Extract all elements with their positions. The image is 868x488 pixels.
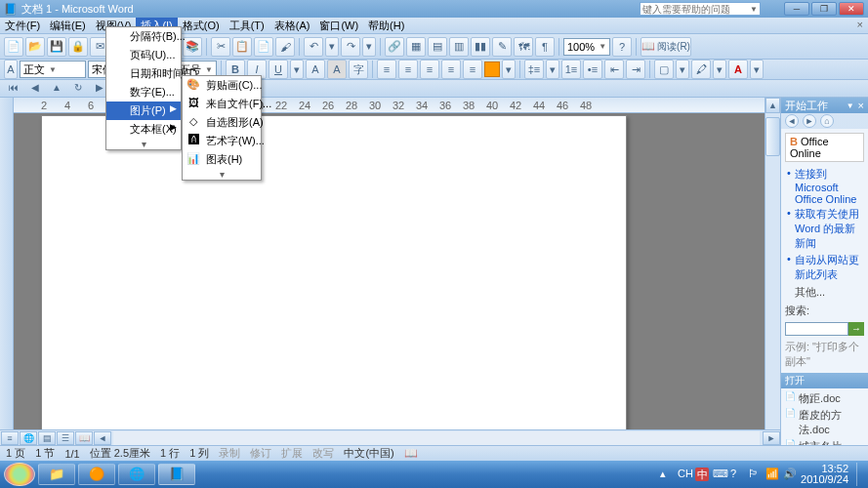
menu-pagenum[interactable]: 页码(U)... (106, 46, 181, 64)
menu-number[interactable]: 数字(E)... (106, 83, 181, 102)
nav-first-button[interactable]: ⏮ (6, 82, 21, 96)
highlight-button[interactable]: 🖍 (691, 60, 711, 79)
new-doc-button[interactable]: 📄 (4, 37, 23, 57)
taskpane-close-icon[interactable]: × (858, 100, 864, 111)
show-marks-button[interactable]: ¶ (535, 37, 555, 57)
recent-file-1[interactable]: 磨皮的方法.doc (785, 407, 864, 438)
cut-button[interactable]: ✂ (211, 37, 230, 57)
zoom-combo[interactable]: 100%▼ (563, 38, 610, 56)
maximize-button[interactable]: ❐ (811, 2, 837, 16)
indent-button[interactable]: ⇥ (626, 60, 645, 79)
taskbar-word[interactable]: 📘 (158, 464, 195, 485)
border-dropdown[interactable]: ▾ (676, 60, 689, 79)
tray-keyboard-icon[interactable]: ⌨ (713, 468, 726, 481)
underline-dropdown[interactable]: ▾ (290, 60, 304, 79)
normal-view-button[interactable]: ≡ (1, 431, 19, 445)
font-color-dropdown[interactable]: ▾ (750, 60, 764, 79)
copy-button[interactable]: 📋 (232, 37, 252, 57)
link-connect[interactable]: 连接到 Microsoft Office Online (785, 166, 864, 206)
save-button[interactable]: 💾 (47, 37, 66, 57)
insert-table-button[interactable]: ▤ (428, 37, 447, 57)
link-news[interactable]: 获取有关使用 Word 的最新新闻 (785, 206, 864, 252)
linespace-dropdown[interactable]: ▾ (546, 60, 559, 79)
tray-flag-icon[interactable]: 🏳 (748, 468, 762, 481)
nav-up-button[interactable]: ▲ (49, 82, 64, 96)
style-combo[interactable]: 正文▼ (20, 61, 86, 78)
recent-file-0[interactable]: 物距.doc (785, 390, 864, 407)
taskbar-browser[interactable]: 🌐 (118, 464, 155, 485)
help-button[interactable]: ? (612, 37, 632, 57)
tray-network-icon[interactable]: 📶 (765, 468, 779, 481)
excel-button[interactable]: ▥ (449, 37, 469, 57)
menu-expand[interactable]: ▾ (106, 139, 181, 149)
font-color-button[interactable]: A (728, 60, 748, 79)
read-view-button[interactable]: 📖 (75, 431, 93, 445)
taskpane-search-input[interactable] (785, 322, 848, 336)
taskpane-home-button[interactable]: ⌂ (820, 114, 834, 128)
hscroll-left-button[interactable]: ◄ (94, 431, 111, 445)
charscale-button[interactable]: 字 (349, 60, 368, 79)
scroll-thumb[interactable] (765, 117, 780, 156)
submenu-fromfile[interactable]: 🖼来自文件(F)... (183, 95, 261, 113)
tray-ime-mode[interactable]: 中 (695, 468, 709, 481)
align-right-button[interactable]: ≡ (420, 60, 439, 79)
align-center-button[interactable]: ≡ (398, 60, 418, 79)
link-more[interactable]: 其他... (785, 283, 864, 302)
hscroll-track[interactable] (113, 431, 760, 445)
status-overtype[interactable]: 改写 (312, 446, 334, 461)
taskbar-explorer[interactable]: 📁 (38, 464, 75, 485)
help-search-box[interactable]: ▼ (640, 2, 761, 16)
start-button[interactable] (4, 463, 35, 486)
bullets-button[interactable]: •≡ (583, 60, 602, 79)
show-desktop-button[interactable] (856, 463, 864, 486)
help-dropdown-arrow[interactable]: ▼ (750, 5, 758, 14)
menu-file[interactable]: 文件(F) (0, 18, 45, 33)
underline-button[interactable]: U (269, 60, 288, 79)
taskpane-fwd-button[interactable]: ► (803, 114, 816, 128)
tray-clock[interactable]: 13:52 2010/9/24 (801, 464, 848, 485)
tables-borders-button[interactable]: ▦ (406, 37, 426, 57)
redo-button[interactable]: ↷ (341, 37, 360, 57)
submenu-wordart[interactable]: 🅰艺术字(W)... (183, 132, 261, 150)
taskpane-dropdown-icon[interactable]: ▼ (847, 102, 854, 110)
border-button[interactable]: ▢ (654, 60, 674, 79)
undo-dropdown[interactable]: ▾ (325, 37, 339, 57)
nav-prev-button[interactable]: ◀ (27, 82, 43, 96)
research-button[interactable]: 📚 (183, 37, 202, 57)
hscroll-right-button[interactable]: ► (763, 431, 780, 445)
minimize-button[interactable]: ─ (784, 2, 809, 16)
charshade-button[interactable]: A (327, 60, 347, 79)
align-justify-button[interactable]: ≡ (441, 60, 461, 79)
menubar-close-icon[interactable]: × (852, 18, 868, 33)
outdent-button[interactable]: ⇤ (604, 60, 624, 79)
undo-button[interactable]: ↶ (304, 37, 323, 57)
charborder-button[interactable]: A (306, 60, 325, 79)
format-painter-button[interactable]: 🖌 (275, 37, 295, 57)
menu-edit[interactable]: 编辑(E) (45, 18, 91, 33)
docmap-button[interactable]: 🗺 (514, 37, 533, 57)
taskpane-back-button[interactable]: ◄ (785, 114, 799, 128)
scroll-up-button[interactable]: ▲ (765, 98, 780, 113)
web-view-button[interactable]: 🌐 (20, 431, 37, 445)
status-spellcheck-icon[interactable]: 📖 (404, 447, 418, 460)
styles-button[interactable]: A (4, 60, 18, 79)
menu-break[interactable]: 分隔符(B)... (106, 27, 181, 46)
hyperlink-button[interactable]: 🔗 (385, 37, 404, 57)
linespace-button[interactable]: ‡≡ (524, 60, 544, 79)
menu-window[interactable]: 窗口(W) (314, 18, 363, 33)
redo-dropdown[interactable]: ▾ (362, 37, 376, 57)
menu-picture[interactable]: 图片(P)▶ (106, 102, 181, 120)
paste-button[interactable]: 📄 (254, 37, 273, 57)
submenu-expand[interactable]: ▾ (183, 169, 261, 180)
submenu-autoshapes[interactable]: ◇自选图形(A) (183, 113, 261, 132)
close-button[interactable]: ✕ (839, 2, 864, 16)
taskpane-search-go[interactable]: → (848, 322, 864, 336)
tray-help-icon[interactable]: ? (730, 468, 744, 481)
highlight2-dropdown[interactable]: ▾ (713, 60, 726, 79)
menu-tools[interactable]: 工具(T) (225, 18, 269, 33)
status-extend[interactable]: 扩展 (281, 446, 303, 461)
tray-show-hidden-icon[interactable]: ▴ (660, 468, 674, 481)
drawing-button[interactable]: ✎ (492, 37, 512, 57)
highlight-color-button[interactable] (484, 61, 500, 77)
open-button[interactable]: 📂 (25, 37, 45, 57)
